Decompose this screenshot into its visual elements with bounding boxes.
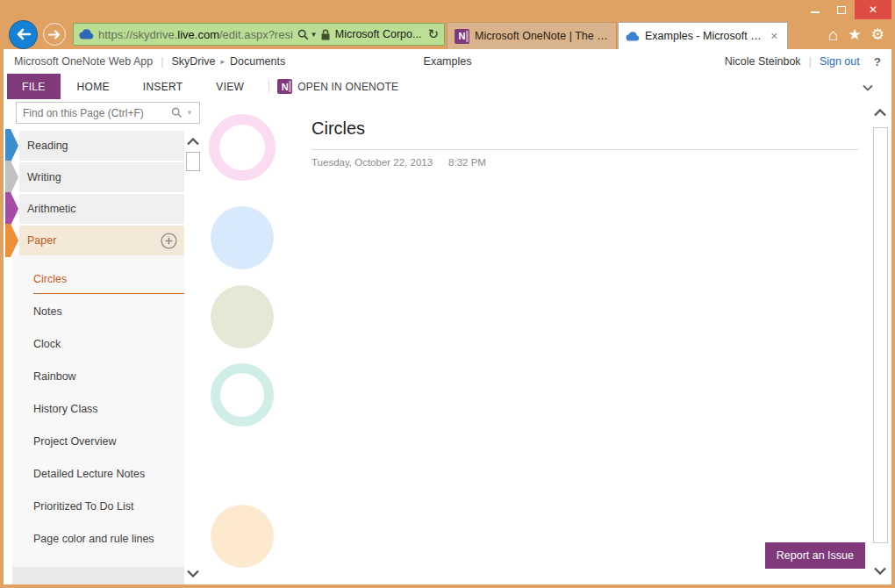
page-list: Circles Notes Clock Rainbow History Clas…	[12, 255, 184, 567]
security-badge: Microsoft Corpo...	[335, 28, 422, 40]
breadcrumb-caret-icon: ▸	[220, 57, 225, 66]
page-label: Detailed Lecture Notes	[33, 468, 145, 480]
sidebar-scrollbar	[184, 138, 202, 577]
maximize-button[interactable]	[828, 0, 855, 19]
content-scrollbar	[870, 99, 891, 584]
section-label: Writing	[27, 171, 61, 183]
drawn-circle-orange	[211, 505, 274, 568]
sidebar-section-writing[interactable]: Writing	[19, 162, 184, 192]
app-body: ▼ Reading Writing Arithmetic Paper	[4, 99, 891, 584]
close-icon: ✕	[869, 4, 877, 16]
page-label: Project Overview	[33, 435, 116, 448]
tab-examples[interactable]: Examples - Microsoft One... ✕	[618, 22, 788, 49]
drawn-circle-green	[211, 285, 274, 348]
settings-gear-icon[interactable]: ⚙	[871, 27, 884, 42]
scrollbar-thumb[interactable]	[873, 127, 888, 543]
scroll-down-icon[interactable]	[873, 567, 887, 575]
page-label: History Class	[33, 403, 98, 415]
open-in-onenote-label: OPEN IN ONENOTE	[297, 81, 398, 93]
tab-home[interactable]: HOME	[61, 74, 126, 99]
section-label: Arithmetic	[27, 203, 76, 215]
minimize-button[interactable]	[802, 0, 828, 19]
divider: |	[161, 55, 163, 68]
page-label: Prioritized To Do List	[33, 500, 133, 513]
drawn-circle-teal	[211, 363, 274, 427]
page-item-project-overview[interactable]: Project Overview	[12, 425, 184, 457]
browser-quick-icons: ⌂ ★ ⚙	[828, 26, 891, 43]
page-item-prioritized-to-do-list[interactable]: Prioritized To Do List	[12, 490, 184, 522]
back-button[interactable]	[9, 20, 38, 49]
section-label: Reading	[27, 140, 68, 152]
section-color-tab	[5, 224, 18, 257]
search-icon[interactable]	[297, 29, 309, 40]
app-title: Microsoft OneNote Web App	[14, 55, 153, 68]
drawn-circle-pink	[209, 114, 276, 181]
forward-button[interactable]	[43, 23, 66, 46]
page-label: Rainbow	[33, 370, 76, 383]
section-color-tab	[5, 161, 18, 194]
sidebar: ▼ Reading Writing Arithmetic Paper	[4, 99, 202, 584]
page-timestamp: Tuesday, October 22, 2013 8:32 PM	[311, 157, 858, 168]
lock-icon	[320, 29, 331, 40]
tab-file[interactable]: FILE	[7, 74, 61, 99]
page-item-notes[interactable]: Notes	[12, 295, 184, 327]
search-options-caret-icon[interactable]: ▼	[186, 109, 193, 117]
tab-close-icon[interactable]: ✕	[769, 31, 780, 42]
chevron-down-icon	[862, 84, 874, 91]
page-label: Notes	[33, 305, 62, 318]
scrollbar-thumb[interactable]	[186, 152, 200, 171]
page-item-page-color-and-rule-lines[interactable]: Page color and rule lines	[12, 522, 184, 555]
address-bar[interactable]: https://skydrive.live.com/edit.aspx?resi…	[73, 23, 445, 46]
close-button[interactable]: ✕	[855, 0, 891, 19]
page-title[interactable]: Circles	[311, 118, 858, 150]
collapse-ribbon-button[interactable]	[862, 82, 874, 94]
open-in-onenote-button[interactable]: N OPEN IN ONENOTE	[277, 74, 398, 99]
url-text: https://skydrive.live.com/edit.aspx?resi…	[98, 28, 293, 41]
page-item-clock[interactable]: Clock	[12, 327, 184, 360]
user-name: Nicole Steinbok	[725, 55, 801, 68]
forward-arrow-icon	[48, 30, 61, 39]
breadcrumb-skydrive[interactable]: SkyDrive	[171, 55, 215, 68]
plus-circle-icon	[161, 233, 177, 249]
sidebar-section-reading[interactable]: Reading	[19, 131, 184, 161]
scroll-down-icon[interactable]	[186, 570, 200, 577]
page-item-circles[interactable]: Circles	[12, 262, 184, 295]
account-area: Nicole Steinbok | Sign out ?	[725, 55, 881, 68]
page-item-detailed-lecture-notes[interactable]: Detailed Lecture Notes	[12, 457, 184, 490]
refresh-icon[interactable]: ↻	[427, 26, 439, 42]
tab-view[interactable]: VIEW	[199, 74, 261, 99]
notebook-name: Examples	[424, 55, 472, 68]
help-button[interactable]: ?	[874, 55, 881, 68]
breadcrumb-documents[interactable]: Documents	[230, 55, 285, 68]
scroll-up-icon[interactable]	[873, 109, 887, 117]
page-item-rainbow[interactable]: Rainbow	[12, 360, 184, 392]
page-time: 8:32 PM	[448, 157, 486, 168]
home-icon[interactable]: ⌂	[828, 26, 838, 43]
search-dropdown-caret-icon[interactable]: ▾	[311, 30, 316, 39]
scroll-up-icon[interactable]	[186, 138, 200, 146]
page-header: Circles Tuesday, October 22, 2013 8:32 P…	[311, 118, 858, 168]
maximize-icon	[837, 6, 846, 14]
section-color-tab	[5, 192, 18, 226]
sidebar-section-arithmetic[interactable]: Arithmetic	[19, 194, 184, 224]
page-label: Page color and rule lines	[33, 533, 154, 545]
tab-onenote-site[interactable]: N Microsoft OneNote | The digit...	[447, 22, 617, 49]
sidebar-section-paper[interactable]: Paper	[19, 226, 184, 255]
page-item-history-class[interactable]: History Class	[12, 392, 184, 425]
sign-out-link[interactable]: Sign out	[820, 55, 860, 68]
tab-insert[interactable]: INSERT	[126, 74, 200, 99]
page-date: Tuesday, October 22, 2013	[311, 157, 433, 168]
tab-strip: N Microsoft OneNote | The digit... Examp…	[447, 22, 788, 49]
search-icon[interactable]	[171, 107, 183, 118]
search-input[interactable]	[23, 107, 168, 119]
skydrive-cloud-icon	[626, 32, 640, 41]
page-list-partial-item	[12, 567, 184, 584]
page-label: Clock	[33, 338, 61, 350]
browser-window: ✕ https://skydrive.live.com/edit.aspx?re…	[0, 0, 895, 588]
find-on-page-searchbox[interactable]: ▼	[16, 102, 200, 124]
onenote-icon: N	[277, 79, 292, 94]
favorites-star-icon[interactable]: ★	[848, 27, 862, 42]
page-label: Circles	[33, 273, 67, 285]
add-page-button[interactable]	[161, 233, 177, 249]
report-an-issue-button[interactable]: Report an Issue	[765, 542, 865, 569]
